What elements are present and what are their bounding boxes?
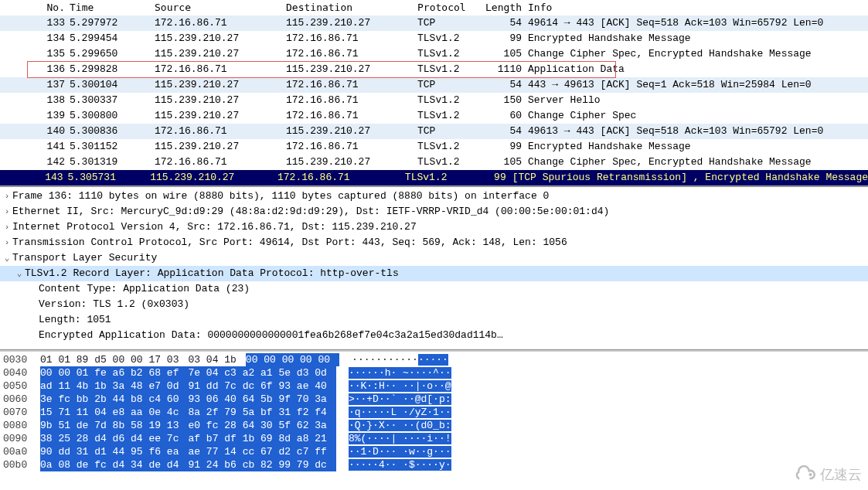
hex-dump-pane[interactable]: 003001 01 89 d5 00 00 17 0303 04 1b 00 0… — [0, 352, 868, 471]
detail-ip[interactable]: › Internet Protocol Version 4, Src: 172.… — [0, 219, 868, 235]
expand-icon[interactable]: › — [2, 219, 12, 235]
cell-time: 5.299828 — [70, 62, 155, 77]
hex-row[interactable]: 00a090 dd 31 d1 44 95 f6 eaae 77 14 cc 6… — [0, 445, 868, 458]
cell-time: 5.305731 — [68, 170, 151, 185]
cell-no: 143 — [0, 170, 68, 185]
packet-list-pane[interactable]: No. Time Source Destination Protocol Len… — [0, 0, 868, 186]
cell-destination: 115.239.210.27 — [286, 15, 417, 31]
cell-time: 5.300836 — [70, 124, 155, 139]
detail-content-type[interactable]: Content Type: Application Data (23) — [0, 281, 868, 297]
cell-protocol: TLSv1.2 — [417, 31, 479, 46]
cell-protocol: TLSv1.2 — [417, 62, 479, 77]
cell-length: 60 — [479, 108, 525, 124]
hex-row[interactable]: 00809b 51 de 7d 8b 58 19 13e0 fc 28 64 3… — [0, 419, 868, 432]
hex-ascii-selected: ····· — [418, 354, 448, 366]
hex-bytes-selected: 90 dd 31 d1 44 95 f6 ea — [40, 445, 188, 458]
detail-text: Internet Protocol Version 4, Src: 172.16… — [12, 219, 417, 235]
cell-info: Server Hello — [525, 93, 868, 108]
detail-tls[interactable]: ⌄ Transport Layer Security — [0, 250, 868, 266]
packet-row[interactable]: 1395.300800115.239.210.27172.16.86.71TLS… — [0, 108, 868, 124]
cell-protocol: TCP — [417, 124, 479, 139]
cell-destination: 172.16.86.71 — [286, 31, 417, 46]
cell-protocol: TLSv1.2 — [405, 170, 465, 185]
detail-text: Version: TLS 1.2 (0x0303) — [39, 297, 189, 312]
hex-row[interactable]: 004000 00 01 fe a6 b2 68 ef7e 04 c3 a2 a… — [0, 366, 868, 379]
detail-length[interactable]: Length: 1051 — [0, 312, 868, 328]
detail-text: Encrypted Application Data: 000000000000… — [39, 328, 503, 343]
cloud-icon — [791, 465, 817, 484]
cell-protocol: TCP — [417, 15, 479, 31]
col-no-header[interactable]: No. — [0, 0, 70, 15]
cell-source: 172.16.86.71 — [155, 155, 286, 170]
hex-bytes-selected: 91 24 b6 cb 82 99 79 dc — [188, 458, 335, 471]
hex-bytes-selected: 0a 08 de fc d4 34 de d4 — [40, 458, 188, 471]
cell-source: 115.239.210.27 — [155, 108, 286, 124]
cell-info: [TCP Spurious Retransmission] , Encrypte… — [509, 170, 868, 185]
svg-point-0 — [808, 473, 812, 476]
packet-row[interactable]: 1415.301152115.239.210.27172.16.86.71TLS… — [0, 139, 868, 155]
hex-row[interactable]: 003001 01 89 d5 00 00 17 0303 04 1b 00 0… — [0, 353, 868, 366]
detail-version[interactable]: Version: TLS 1.2 (0x0303) — [0, 297, 868, 312]
cell-length: 99 — [479, 31, 525, 46]
cell-protocol: TLSv1.2 — [417, 139, 479, 155]
cell-destination: 115.239.210.27 — [286, 62, 417, 77]
expand-icon[interactable]: › — [2, 189, 12, 204]
col-source-header[interactable]: Source — [155, 0, 286, 15]
detail-ethernet[interactable]: › Ethernet II, Src: MercuryC_9d:d9:29 (4… — [0, 204, 868, 219]
packet-row[interactable]: 1405.300836172.16.86.71115.239.210.27TCP… — [0, 124, 868, 139]
hex-ascii-selected: 8%(····| ····i··! — [349, 433, 451, 444]
cell-info: Encrypted Handshake Message — [525, 31, 868, 46]
cell-info: Change Cipher Spec, Encrypted Handshake … — [525, 46, 868, 62]
expand-icon[interactable]: › — [2, 235, 12, 250]
packet-row[interactable]: 1335.297972172.16.86.71115.239.210.27TCP… — [0, 15, 868, 31]
detail-encrypted-data[interactable]: Encrypted Application Data: 000000000000… — [0, 328, 868, 343]
col-time-header[interactable]: Time — [70, 0, 155, 15]
col-info-header[interactable]: Info — [525, 0, 868, 15]
cell-source: 115.239.210.27 — [155, 93, 286, 108]
hex-row[interactable]: 007015 71 11 04 e8 aa 0e 4c8a 2f 79 5a b… — [0, 406, 868, 419]
cell-source: 115.239.210.27 — [150, 170, 277, 185]
detail-tls-record[interactable]: ⌄ TLSv1.2 Record Layer: Application Data… — [0, 266, 868, 281]
col-length-header[interactable]: Length — [479, 0, 525, 15]
packet-row[interactable]: 1355.299650115.239.210.27172.16.86.71TLS… — [0, 46, 868, 62]
packet-row[interactable]: 1385.300337115.239.210.27172.16.86.71TLS… — [0, 93, 868, 108]
hex-row[interactable]: 00b00a 08 de fc d4 34 de d491 24 b6 cb 8… — [0, 458, 868, 471]
cell-info: Change Cipher Spec, Encrypted Handshake … — [525, 155, 868, 170]
cell-length: 99 — [465, 170, 509, 185]
cell-info: Change Cipher Spec — [525, 108, 868, 124]
packet-row[interactable]: 1425.301319172.16.86.71115.239.210.27TLS… — [0, 155, 868, 170]
col-destination-header[interactable]: Destination — [286, 0, 417, 15]
cell-length: 54 — [479, 77, 525, 93]
watermark-text: 亿速云 — [820, 465, 862, 484]
hex-row[interactable]: 009038 25 28 d4 d6 d4 ee 7caf b7 df 1b 6… — [0, 432, 868, 445]
cell-destination: 172.16.86.71 — [286, 77, 417, 93]
collapse-icon[interactable]: ⌄ — [2, 250, 12, 266]
cell-destination: 115.239.210.27 — [286, 124, 417, 139]
cell-no: 137 — [0, 77, 70, 93]
packet-row[interactable]: 1365.299828172.16.86.71115.239.210.27TLS… — [0, 62, 868, 77]
packet-row[interactable]: 1375.300104115.239.210.27172.16.86.71TCP… — [0, 77, 868, 93]
cell-length: 54 — [479, 15, 525, 31]
hex-offset: 0030 — [0, 353, 40, 366]
hex-ascii-selected: >··+D··` ··@d[·p: — [349, 393, 451, 405]
packet-details-pane[interactable]: › Frame 136: 1110 bytes on wire (8880 bi… — [0, 186, 868, 350]
detail-frame[interactable]: › Frame 136: 1110 bytes on wire (8880 bi… — [0, 189, 868, 204]
hex-offset: 0090 — [0, 432, 40, 445]
detail-text: Ethernet II, Src: MercuryC_9d:d9:29 (48:… — [12, 204, 609, 219]
expand-icon[interactable]: › — [2, 204, 12, 219]
collapse-icon[interactable]: ⌄ — [14, 266, 25, 281]
detail-tcp[interactable]: › Transmission Control Protocol, Src Por… — [0, 235, 868, 250]
hex-offset: 00b0 — [0, 458, 40, 471]
packet-row[interactable]: 1435.305731115.239.210.27172.16.86.71TLS… — [0, 170, 868, 185]
cell-info: Encrypted Handshake Message — [525, 139, 868, 155]
hex-row[interactable]: 0050ad 11 4b 1b 3a 48 e7 0d91 dd 7c dc 6… — [0, 379, 868, 393]
hex-bytes-selected: 93 06 40 64 5b 9f 70 3a — [188, 393, 335, 406]
col-protocol-header[interactable]: Protocol — [417, 0, 479, 15]
packet-row[interactable]: 1345.299454115.239.210.27172.16.86.71TLS… — [0, 31, 868, 46]
hex-row[interactable]: 00603e fc bb 2b 44 b8 c4 6093 06 40 64 5… — [0, 393, 868, 406]
cell-no: 135 — [0, 46, 70, 62]
hex-offset: 0080 — [0, 419, 40, 432]
cell-no: 133 — [0, 15, 70, 31]
cell-time: 5.297972 — [70, 15, 155, 31]
hex-bytes: 03 04 1b — [188, 353, 245, 366]
